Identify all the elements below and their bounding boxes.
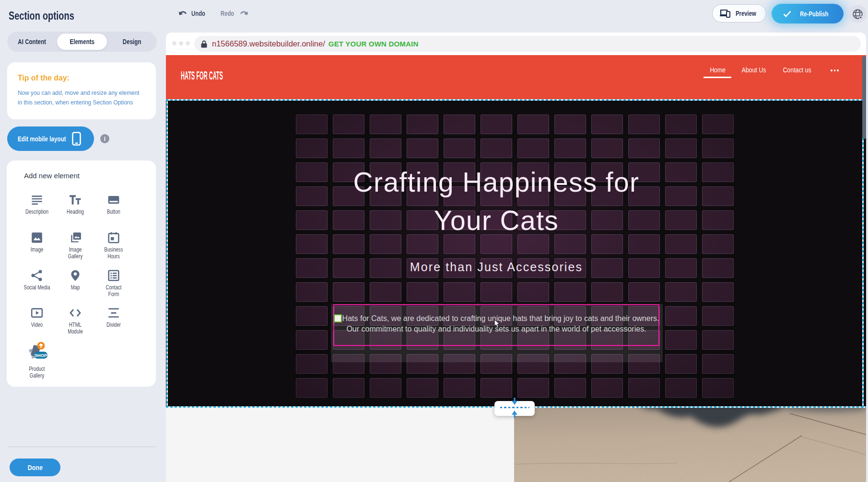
svg-text:SHOP: SHOP (35, 353, 48, 358)
